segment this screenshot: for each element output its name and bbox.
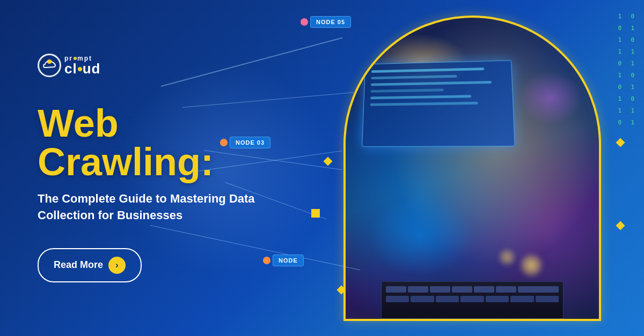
touch-glow-2 <box>499 249 515 265</box>
floating-screen <box>362 60 515 147</box>
key <box>411 296 434 302</box>
key <box>408 286 428 293</box>
key-row-2 <box>386 296 559 302</box>
left-content: prmpt clud Web Crawling: The Complete Gu… <box>0 21 335 315</box>
screen-line-6 <box>370 101 478 106</box>
read-more-label: Read More <box>54 259 103 271</box>
logo: prmpt clud <box>38 54 335 77</box>
keyboard-keys <box>382 282 563 307</box>
tech-image-bg <box>346 18 599 319</box>
logo-cloud-text: clud <box>64 62 100 76</box>
key <box>486 296 509 302</box>
title-line2: Crawling: <box>38 140 214 183</box>
right-content: 1011010110 0101101011 <box>290 0 644 336</box>
screen-line-4 <box>371 88 444 92</box>
logo-inner-dot <box>47 59 52 64</box>
key <box>460 296 484 302</box>
logo-text: prmpt clud <box>64 55 100 76</box>
key <box>430 286 450 293</box>
keyboard <box>381 281 564 319</box>
read-more-button[interactable]: Read More › <box>38 248 142 282</box>
touch-glow <box>521 255 542 276</box>
screen-line-2 <box>371 74 457 79</box>
main-title: Web Crawling: <box>38 104 335 181</box>
key <box>386 296 409 302</box>
key-row-1 <box>386 286 559 293</box>
screen-content <box>363 61 513 116</box>
key <box>536 296 559 302</box>
binary-right-1: 1011010110 <box>618 11 621 129</box>
key <box>496 286 516 293</box>
banner-container: NODE 05 NODE 03 NODE prmpt clud <box>0 0 644 336</box>
key <box>474 286 494 293</box>
key <box>436 296 459 302</box>
logo-circle <box>38 54 61 77</box>
read-more-arrow-icon: › <box>108 257 126 274</box>
key <box>510 296 533 302</box>
screen-line-1 <box>371 68 484 73</box>
key <box>386 286 406 293</box>
title-line1: Web <box>38 102 119 145</box>
hands-area <box>370 180 574 319</box>
screen-line-3 <box>371 80 492 85</box>
binary-right-2: 0101101011 <box>631 11 634 129</box>
light-blob-2 <box>518 71 583 125</box>
tech-image-inner <box>346 18 599 319</box>
screen-line-5 <box>370 95 471 99</box>
key <box>518 286 559 293</box>
key <box>452 286 472 293</box>
subtitle: The Complete Guide to Mastering Data Col… <box>38 191 263 224</box>
